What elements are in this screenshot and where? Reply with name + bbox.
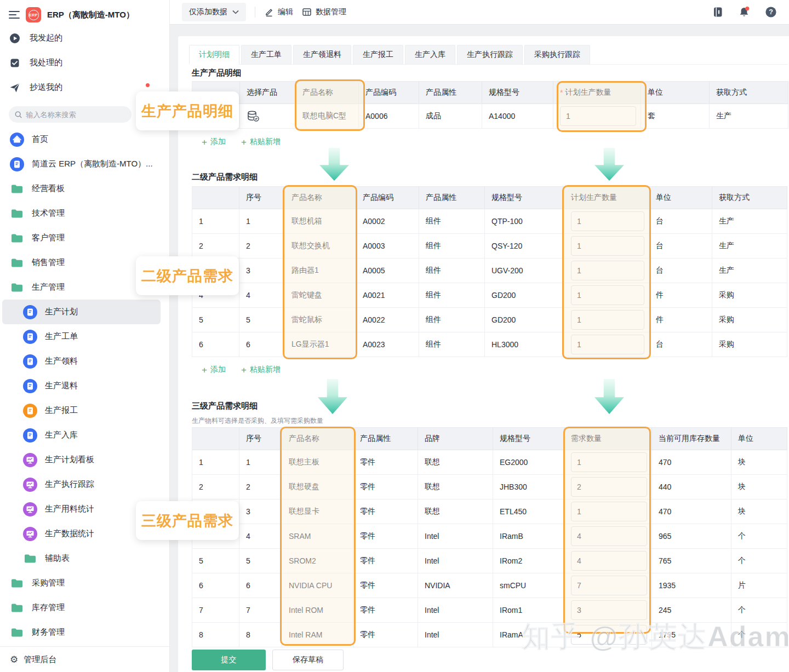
folder-icon [23,553,37,564]
t3-col-attr: 产品属性 [353,427,418,450]
sidebar-item-18[interactable]: 采购管理 [2,571,161,595]
sidebar-item-9[interactable]: 生产领料 [2,349,161,374]
t3-qty-input[interactable] [571,551,647,571]
tab-4[interactable]: 生产入库 [405,45,455,65]
t3-cell-unit: 块 [731,499,787,524]
t2-cell-spec: GD200 [485,308,564,332]
t3-qty-input[interactable] [571,576,647,595]
dashboard-icon [23,527,37,541]
sidebar-item-19[interactable]: 库存管理 [2,595,161,620]
t3-cell-name: NVIDIA CPU [282,573,353,598]
add-row-button[interactable]: +添加 [202,137,226,147]
t2-qty-input[interactable] [571,335,644,354]
sidebar-item-1[interactable]: 简道云 ERP（离散制造-MTO）... [2,152,161,176]
t3-cell-qty [564,450,652,475]
t3-qty-input[interactable] [571,625,647,645]
sidebar-item-12[interactable]: 生产入库 [2,423,161,447]
sidebar-item-3[interactable]: 技术管理 [2,201,161,226]
sidebar-item-13[interactable]: 生产计划看板 [2,447,161,472]
t2-qty-input[interactable] [571,310,644,330]
menu-toggle-icon[interactable] [9,11,20,19]
help-icon[interactable]: ? [765,6,777,18]
section-title-level3: 三级产品需求明细 [192,401,258,411]
report-icon [23,404,37,418]
edit-button[interactable]: 编辑 [264,7,293,17]
tab-2[interactable]: 生产领退料 [293,45,351,65]
t3-qty-input[interactable] [571,600,647,620]
t1-col-name: 产品名称 [296,81,359,104]
sidebar-search[interactable] [9,106,132,123]
t2-cell-unit: 件 [649,283,712,308]
t2-cell-method: 生产 [712,234,787,259]
section-title-products: 生产产品明细 [192,68,241,78]
t3-cell-spec: IRom1 [493,598,564,623]
sidebar-item-label: 首页 [32,134,48,145]
sidebar-item-label: 生产报工 [45,405,78,416]
t2-qty-input[interactable] [571,211,644,231]
t3-qty-input[interactable] [571,452,647,472]
t3-cell-n: 2 [192,475,239,499]
t3-qty-input[interactable] [571,502,647,521]
sidebar-item-14[interactable]: 生产执行跟踪 [2,472,161,497]
tab-3[interactable]: 生产报工 [353,45,403,65]
t3-cell-stock: 1795 [652,623,731,647]
t3-cell-attr: 零件 [353,499,418,524]
t2-cell-name: 雷蛇键盘 [285,283,356,308]
sidebar-item-7[interactable]: 生产计划 [2,300,161,324]
search-input[interactable] [26,111,125,119]
t2-qty-input[interactable] [571,261,644,280]
t2-qty-input[interactable] [571,285,644,305]
t2-row-5: 66LG显示器1A0023组件HL3000台采购 [192,332,787,357]
sidebar-item-0[interactable]: 首页 [2,127,161,152]
save-draft-button[interactable]: 保存草稿 [272,650,344,670]
t3-cell-stock: 965 [652,524,731,549]
t3-cell-name: SRAM [282,524,353,549]
quick-label: 我发起的 [30,33,62,43]
notifications-bell-icon[interactable] [738,6,751,18]
t2-cell-attr: 组件 [419,332,485,357]
tab-5[interactable]: 生产执行跟踪 [457,45,523,65]
sidebar-item-20[interactable]: 财务管理 [2,620,161,645]
sidebar-item-17[interactable]: 辅助表 [2,546,161,571]
data-management-button[interactable]: 数据管理 [302,7,346,17]
sidebar-item-10[interactable]: 生产退料 [2,374,161,398]
form-icon [10,157,24,171]
sidebar-item-2[interactable]: 经营看板 [2,176,161,201]
sidebar-quick-0[interactable]: 我发起的 [0,26,169,50]
quick-label: 我处理的 [30,58,62,68]
t1-qty-input[interactable] [560,106,636,126]
tab-1[interactable]: 生产工单 [241,45,291,65]
sidebar-item-label: 简道云 ERP（离散制造-MTO）... [32,159,153,169]
t2-cell-idx: 3 [239,259,285,283]
initiated-icon [9,32,21,44]
tab-6[interactable]: 采购执行跟踪 [524,45,590,65]
submit-button[interactable]: 提交 [192,650,266,670]
t3-qty-input[interactable] [571,477,647,497]
t3-cell-spec: ETL450 [493,499,564,524]
select-product-button[interactable] [240,104,296,129]
add-row-button[interactable]: +添加 [202,365,226,375]
t1-cell-method: 生产 [710,104,788,129]
t2-cell-qty [564,308,649,332]
tab-0[interactable]: 计划明细 [189,45,239,65]
sidebar-item-8[interactable]: 生产工单 [2,324,161,349]
t2-qty-input[interactable] [571,236,644,256]
t3-qty-input[interactable] [571,526,647,546]
section-subtitle-level3: 生产物料可选择是否采购、及填写需采购数量 [192,416,323,426]
add-mode-dropdown[interactable]: 仅添加数据 [182,3,246,21]
t1-row-0: 联想电脑C型A0006成品A14000套生产 [192,104,788,129]
sidebar-quick-1[interactable]: 我处理的 [0,50,169,75]
journal-icon[interactable] [712,6,724,18]
t2-cell-spec: QTP-100 [485,209,564,234]
paste-add-button[interactable]: +粘贴新增 [241,137,281,147]
t2-cell-unit: 台 [649,259,712,283]
callout-level2-demand: 二级产品需求 [136,256,239,295]
t3-cell-n: 5 [192,549,239,573]
sidebar-item-4[interactable]: 客户管理 [2,226,161,250]
sidebar-admin[interactable]: ⚙ 管理后台 [0,646,169,672]
paste-add-button[interactable]: +粘贴新增 [241,365,281,375]
sidebar-item-11[interactable]: 生产报工 [2,398,161,423]
t3-cell-idx: 4 [239,524,282,549]
t3-cell-spec: EG2000 [493,450,564,475]
t2-col-idx: 序号 [239,186,285,209]
